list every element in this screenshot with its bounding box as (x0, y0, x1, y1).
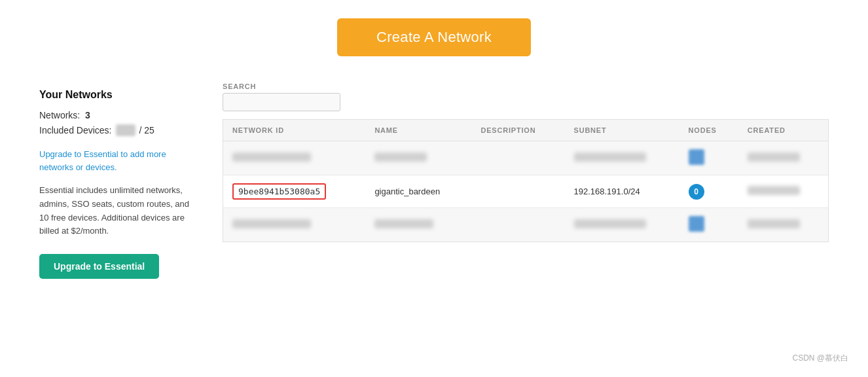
col-created: CREATED (738, 120, 829, 141)
col-name: NAME (365, 120, 471, 141)
upgrade-to-essential-button[interactable]: Upgrade to Essential (39, 254, 159, 279)
network-panel: SEARCH NETWORK ID NAME DESCRIPTION SUBNE… (223, 82, 829, 279)
col-description: DESCRIPTION (471, 120, 564, 141)
blurred-name (374, 153, 427, 162)
blurred-name (374, 219, 433, 228)
nodes-badge: 0 (689, 184, 704, 200)
sidebar: Your Networks Networks: 3 Included Devic… (39, 82, 196, 279)
networks-count: 3 (85, 110, 90, 120)
cell-description (471, 208, 564, 242)
sidebar-title: Your Networks (39, 89, 196, 101)
cell-created (738, 208, 829, 242)
top-bar: Create A Network (0, 0, 868, 76)
cell-name (365, 208, 471, 242)
table-row[interactable] (223, 208, 829, 242)
cell-network-id: 9bee8941b53080a5 (223, 175, 366, 208)
essential-description: Essential includes unlimited networks, a… (39, 184, 196, 238)
search-input[interactable] (223, 93, 340, 111)
networks-table: NETWORK ID NAME DESCRIPTION SUBNET NODES… (223, 119, 829, 242)
blurred-subnet (574, 219, 646, 228)
devices-row: Included Devices: / 25 (39, 124, 196, 136)
table-row[interactable]: 9bee8941b53080a5 gigantic_bardeen 192.16… (223, 175, 829, 208)
devices-label: Included Devices: (39, 125, 112, 135)
col-nodes: NODES (679, 120, 738, 141)
blurred-id (232, 153, 311, 162)
nodes-badge-blurred (689, 149, 704, 165)
highlighted-network-id: 9bee8941b53080a5 (232, 183, 326, 200)
cell-description (471, 141, 564, 175)
search-section: SEARCH (223, 82, 829, 111)
watermark: CSDN @慕伏白 (792, 353, 848, 364)
blurred-created (748, 219, 800, 228)
cell-nodes: 0 (679, 175, 738, 208)
cell-subnet: 192.168.191.0/24 (565, 175, 679, 208)
devices-count-blurred (116, 124, 136, 136)
page-wrapper: Create A Network Your Networks Networks:… (0, 0, 868, 377)
cell-description (471, 175, 564, 208)
create-network-button[interactable]: Create A Network (337, 18, 531, 56)
cell-name (365, 141, 471, 175)
blurred-created (748, 153, 800, 162)
networks-count-row: Networks: 3 (39, 110, 196, 120)
networks-label: Networks: (39, 110, 80, 120)
nodes-badge-blurred (689, 216, 704, 232)
cell-name: gigantic_bardeen (365, 175, 471, 208)
blurred-id (232, 219, 311, 228)
cell-network-id (223, 141, 366, 175)
cell-created (738, 175, 829, 208)
table-row[interactable] (223, 141, 829, 175)
main-content: Your Networks Networks: 3 Included Devic… (0, 76, 868, 298)
cell-created (738, 141, 829, 175)
cell-network-id (223, 208, 366, 242)
cell-nodes (679, 141, 738, 175)
col-network-id: NETWORK ID (223, 120, 366, 141)
table-header-row: NETWORK ID NAME DESCRIPTION SUBNET NODES… (223, 120, 829, 141)
col-subnet: SUBNET (565, 120, 679, 141)
search-label: SEARCH (223, 82, 829, 90)
blurred-subnet (574, 153, 646, 162)
devices-max: / 25 (139, 125, 154, 135)
upgrade-promo-text: Upgrade to Essential to add more network… (39, 148, 196, 173)
cell-nodes (679, 208, 738, 242)
blurred-created (748, 186, 800, 195)
cell-subnet (565, 208, 679, 242)
cell-subnet (565, 141, 679, 175)
